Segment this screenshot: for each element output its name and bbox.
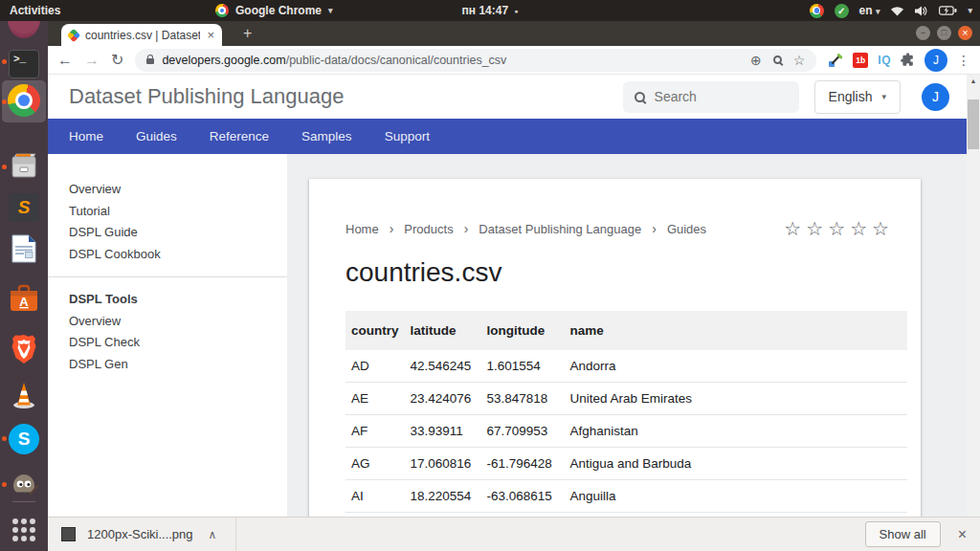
site-profile-avatar[interactable]: J [922,83,949,111]
show-all-button[interactable]: Show all [865,521,941,547]
tab-strip: countries.csv | Dataset P × + − □ × [48,21,980,46]
dock-item-gimp[interactable] [8,467,40,499]
dock-item-skype[interactable]: S [8,423,40,455]
sidebar-item-dspl-guide[interactable]: DSPL Guide [48,222,287,244]
chevron-right-icon: › [464,221,469,236]
sublime-text-icon: S [9,193,39,222]
app-grid-icon [12,518,35,541]
close-button[interactable]: × [958,26,972,40]
updates-ok-icon[interactable]: ✓ [835,4,849,18]
reload-button[interactable]: ↻ [111,53,123,68]
clock[interactable]: пн 14:47 ● [462,4,519,17]
chevron-up-icon[interactable]: ∧ [209,528,217,541]
col-header-country: country [345,311,405,350]
sidebar-group-dspl-tools[interactable]: DSPL Tools [48,289,287,311]
nav-reference[interactable]: Reference [210,129,269,143]
sidebar-item-dspl-gen[interactable]: DSPL Gen [48,354,287,376]
dock-item-vlc[interactable] [8,379,40,411]
address-bar[interactable]: developers.google.com/public-data/docs/c… [135,49,816,72]
minimize-button[interactable]: − [916,26,930,40]
nav-home[interactable]: Home [69,129,103,143]
shelf-divider [235,518,236,551]
rating-stars[interactable]: ☆☆☆☆☆ [784,217,894,240]
dock-item-file-cabinet[interactable] [8,149,40,182]
svg-text:A: A [19,295,29,309]
puzzle-extensions-icon[interactable] [901,53,915,67]
browser-profile-avatar[interactable]: J [924,49,947,72]
breadcrumb-dspl[interactable]: Dataset Publishing Language [479,222,641,236]
download-filename[interactable]: 1200px-Sciki....png [87,527,193,541]
sidebar-item-overview[interactable]: Overview [48,179,287,201]
sidebar-divider [48,276,287,277]
volume-icon[interactable] [915,6,928,16]
nav-guides[interactable]: Guides [136,129,177,143]
chevron-down-icon[interactable]: ▾ [968,6,972,15]
chevron-right-icon: › [390,221,394,236]
chevron-down-icon: ▾ [876,7,880,16]
wifi-icon[interactable] [890,6,904,16]
dock-divider [12,501,35,502]
table-row: AF 33.93911 67.709953 Afghanistan [345,415,907,448]
page-scrollbar[interactable]: ▴ [967,75,980,517]
sidebar-item-tools-overview[interactable]: Overview [48,311,287,333]
dock-item-terminal[interactable]: >_ [8,48,40,80]
activities-button[interactable]: Activities [10,4,60,17]
table-row: AE 23.424076 53.847818 United Arab Emira… [345,383,907,415]
app-menu[interactable]: Google Chrome ▾ [215,4,333,17]
battery-charging-icon[interactable] [939,6,957,15]
col-header-latitude: latitude [405,311,481,350]
colorpicker-extension-icon[interactable] [828,53,843,68]
dock-item-writer[interactable] [8,232,40,265]
breadcrumb-home[interactable]: Home [345,222,379,236]
scrollbar-thumb[interactable] [968,99,979,149]
dock-item-chrome[interactable] [8,84,40,117]
app-menu-label: Google Chrome [235,4,322,17]
running-dot-icon [2,436,7,441]
table-header-row: country latitude longitude name [345,311,907,350]
nav-samples[interactable]: Samples [301,129,352,143]
download-shelf: 1200px-Sciki....png ∧ Show all × [48,517,980,551]
dock-item-app-grid[interactable] [8,514,40,546]
sidebar-item-dspl-cookbook[interactable]: DSPL Cookbook [48,244,287,266]
download-file-icon [61,527,76,541]
keyboard-layout-indicator[interactable]: en ▾ [859,4,880,17]
countries-table: country latitude longitude name AD 42.54… [345,311,907,513]
search-input[interactable] [655,89,769,104]
breadcrumb-guides[interactable]: Guides [667,222,706,236]
site-search[interactable] [623,81,799,113]
tab-countries-csv[interactable]: countries.csv | Dataset P × [61,24,222,46]
tab-close-icon[interactable]: × [207,29,214,41]
page-title: countries.csv [345,257,907,288]
nav-support[interactable]: Support [385,129,430,143]
forward-button[interactable]: → [84,53,100,68]
language-selector[interactable]: English ▾ [814,80,901,114]
zoom-reset-icon[interactable]: ⊕ [750,53,762,68]
browser-menu-icon[interactable]: ⋮ [957,53,970,68]
url-text: developers.google.com/public-data/docs/c… [162,54,743,67]
sidebar-item-tutorial[interactable]: Tutorial [48,201,287,223]
sidebar-item-dspl-check[interactable]: DSPL Check [48,332,287,354]
chrome-tray-icon[interactable] [810,4,824,18]
running-dot-icon [2,99,7,104]
dock-item-brave[interactable] [8,333,40,365]
iq-extension-icon[interactable]: IQ [878,54,891,67]
new-tab-button[interactable]: + [235,23,259,44]
scroll-up-icon[interactable]: ▴ [967,75,980,85]
skype-icon: S [9,424,39,454]
maximize-button[interactable]: □ [937,26,951,40]
terminal-icon: >_ [9,50,39,78]
back-button[interactable]: ← [57,53,73,68]
bookmark-star-icon[interactable]: ☆ [793,53,806,68]
brave-icon [11,334,37,364]
chrome-icon [215,4,229,17]
1b-extension-icon[interactable]: 1b [853,53,868,68]
zoom-search-icon[interactable] [773,55,782,64]
dock-item-sublime-text[interactable]: S [8,191,40,224]
running-dot-icon [2,59,7,64]
extensions-area: 1b IQ J ⋮ [828,49,970,72]
browser-toolbar: ← → ↻ developers.google.com/public-data/… [48,46,980,75]
dock-item-toolbox[interactable]: A [8,281,40,314]
breadcrumb-products[interactable]: Products [404,222,453,236]
site-title[interactable]: Dataset Publishing Language [69,84,344,109]
shelf-close-icon[interactable]: × [958,526,967,543]
